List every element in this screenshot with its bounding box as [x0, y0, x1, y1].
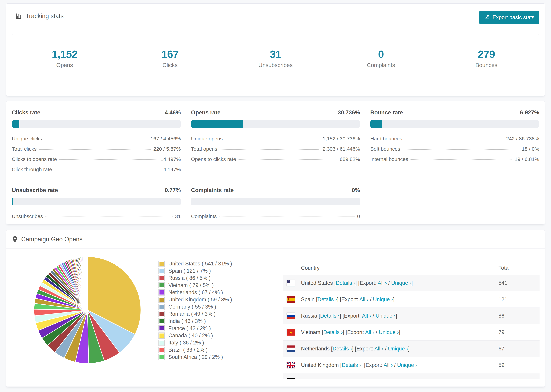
legend-swatch	[158, 332, 165, 339]
export-all-link[interactable]: All ›	[378, 280, 387, 286]
legend-label: Spain ( 121 / 7% )	[168, 268, 211, 274]
export-unique-link[interactable]: Unique ›	[379, 329, 399, 335]
legend-item: Spain ( 121 / 7% )	[158, 267, 232, 274]
rate-row-value: 0	[357, 213, 360, 219]
legend-label: United Kingdom ( 59 / 3% )	[168, 297, 232, 303]
rate-row-value: 18 / 0%	[522, 146, 539, 152]
export-unique-link[interactable]: Unique ›	[376, 313, 396, 319]
clicks-rate-block: Clicks rate 4.46% Unique clicks167 / 4.4…	[12, 109, 181, 175]
unsubscribe-rate-block: Unsubscribe rate 0.77% Unsubscribes31	[12, 187, 181, 222]
pie-slice-other[interactable]	[87, 257, 87, 310]
summary-stats-box: 1,152 Opens 167 Clicks 31 Unsubscribes 0…	[12, 34, 539, 82]
export-all-link[interactable]: All ›	[367, 378, 377, 379]
total-cell: 55	[498, 378, 540, 379]
tracking-stats-header: Tracking stats	[15, 13, 64, 20]
geo-table: Country Total United States [Details ›] …	[283, 261, 540, 379]
export-unique-link[interactable]: Unique ›	[373, 296, 393, 302]
page-title: Tracking stats	[26, 13, 64, 20]
dotted-leader	[45, 217, 173, 217]
export-icon	[484, 14, 490, 21]
legend-item: United States ( 541 / 31% )	[158, 260, 232, 267]
campaign-geo-opens-card: Campaign Geo Opens United States ( 541 /…	[6, 230, 545, 387]
export-basic-stats-button[interactable]: Export basic stats	[479, 11, 539, 24]
rate-row-value: 167 / 4.456%	[151, 136, 181, 142]
details-link[interactable]: Details ›	[342, 362, 361, 368]
details-link[interactable]: Details ›	[323, 329, 343, 335]
export-all-link[interactable]: All ›	[365, 329, 374, 335]
legend-swatch	[158, 268, 165, 274]
export-unique-link[interactable]: Unique ›	[391, 280, 411, 286]
details-link[interactable]: Details ›	[336, 280, 355, 286]
legend-item: United Kingdom ( 59 / 3% )	[158, 296, 232, 303]
rate-row-value: 19 / 6.81%	[515, 156, 539, 162]
export-unique-link[interactable]: Unique ›	[397, 362, 417, 368]
legend-swatch	[158, 261, 165, 267]
legend-label: Canada ( 40 / 2% )	[168, 332, 213, 339]
country-cell: Netherlands [Details ›] [Export: All › /…	[301, 346, 498, 352]
progress-bar	[12, 120, 181, 128]
rate-title: Bounce rate	[370, 109, 403, 116]
stat-clicks: 167 Clicks	[117, 34, 223, 82]
rate-title: Unsubscribe rate	[12, 187, 58, 193]
legend-label: India ( 46 / 3% )	[168, 318, 206, 324]
rate-row-label: Click through rate	[12, 167, 52, 172]
legend-item: Italy ( 36 / 2% )	[158, 339, 232, 346]
details-link[interactable]: Details ›	[318, 296, 337, 302]
rate-row-label: Internal bounces	[370, 156, 408, 162]
export-button-label: Export basic stats	[493, 14, 534, 21]
legend-swatch	[158, 275, 165, 281]
legend-swatch	[158, 318, 165, 324]
details-link[interactable]: Details ›	[320, 313, 340, 319]
rate-percent: 4.46%	[165, 109, 181, 116]
rate-row-value: 14.497%	[161, 156, 181, 162]
rate-row-label: Total clicks	[12, 146, 37, 152]
progress-bar-fill	[191, 120, 243, 128]
progress-bar	[191, 198, 360, 205]
details-link[interactable]: Details ›	[326, 378, 345, 379]
rate-row-label: Unique clicks	[12, 136, 42, 142]
stat-opens: 1,152 Opens	[12, 34, 117, 82]
tracking-stats-card: Tracking stats Export basic stats 1,152 …	[6, 3, 545, 96]
export-all-link[interactable]: All ›	[362, 313, 371, 319]
legend-swatch	[158, 340, 165, 346]
ru-flag-icon	[287, 313, 295, 319]
rate-percent: 30.736%	[338, 109, 360, 116]
legend-item: Netherlands ( 67 / 4% )	[158, 289, 232, 296]
rates-card: Clicks rate 4.46% Unique clicks167 / 4.4…	[6, 101, 545, 224]
legend-swatch	[158, 289, 165, 295]
export-unique-link[interactable]: Unique ›	[388, 346, 408, 352]
progress-bar-fill	[12, 120, 19, 128]
rate-row-value: 2,303 / 61.446%	[323, 146, 360, 152]
country-cell: United Kingdom [Details ›] [Export: All …	[301, 362, 498, 368]
dotted-leader	[59, 159, 158, 160]
geo-table-row: United States [Details ›] [Export: All ›…	[283, 275, 540, 291]
legend-swatch	[158, 304, 165, 310]
progress-bar-fill	[12, 198, 13, 205]
progress-bar	[191, 120, 360, 128]
stat-label: Complaints	[367, 62, 395, 68]
details-link[interactable]: Details ›	[332, 346, 352, 352]
legend-label: Russia ( 86 / 5% )	[168, 275, 211, 281]
dotted-leader	[410, 159, 512, 160]
country-cell: Russia [Details ›] [Export: All › / Uniq…	[301, 313, 498, 319]
dotted-leader	[239, 159, 337, 160]
legend-item: South Africa ( 29 / 2% )	[158, 354, 232, 361]
export-all-link[interactable]: All ›	[359, 296, 368, 302]
legend-label: South Africa ( 29 / 2% )	[168, 354, 223, 360]
export-unique-link[interactable]: Unique ›	[381, 378, 401, 379]
legend-swatch	[158, 297, 165, 303]
export-all-link[interactable]: All ›	[374, 346, 383, 352]
legend-item: India ( 46 / 3% )	[158, 318, 232, 325]
gb-flag-icon	[287, 362, 295, 368]
legend-item: Romania ( 49 / 3% )	[158, 310, 232, 318]
geo-table-row: Spain [Details ›] [Export: All › / Uniqu…	[283, 291, 540, 308]
legend-item: Russia ( 86 / 5% )	[158, 274, 232, 282]
progress-bar	[370, 120, 539, 128]
stat-label: Unsubscribes	[258, 62, 293, 68]
geo-table-row: Netherlands [Details ›] [Export: All › /…	[283, 340, 540, 357]
export-all-link[interactable]: All ›	[383, 362, 393, 368]
country-cell: Spain [Details ›] [Export: All › / Uniqu…	[301, 296, 498, 302]
legend-label: Italy ( 36 / 2% )	[168, 340, 204, 346]
country-cell: United States [Details ›] [Export: All ›…	[301, 280, 498, 286]
stat-value: 31	[270, 48, 281, 60]
